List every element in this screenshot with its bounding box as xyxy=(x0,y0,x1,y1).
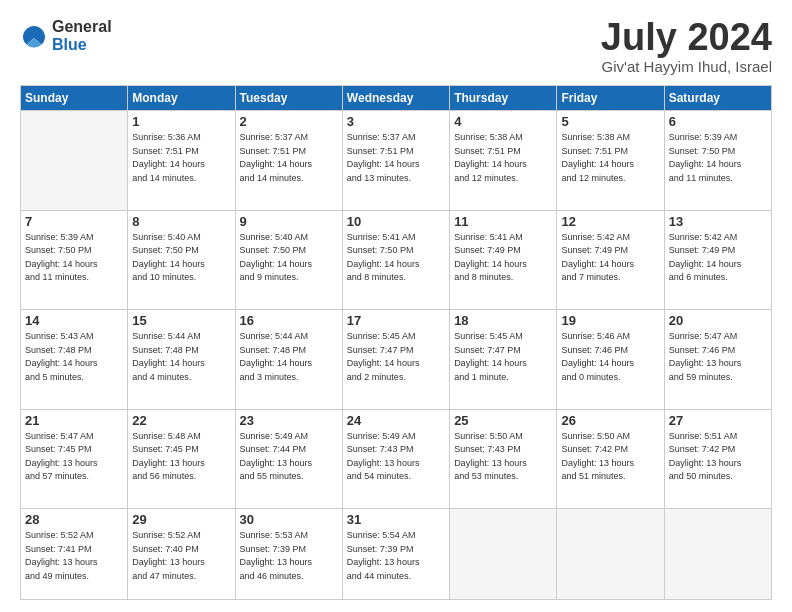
calendar-cell: 27Sunrise: 5:51 AM Sunset: 7:42 PM Dayli… xyxy=(664,409,771,509)
calendar-table: SundayMondayTuesdayWednesdayThursdayFrid… xyxy=(20,85,772,600)
calendar-header-sunday: Sunday xyxy=(21,86,128,111)
calendar-header-thursday: Thursday xyxy=(450,86,557,111)
calendar-cell: 19Sunrise: 5:46 AM Sunset: 7:46 PM Dayli… xyxy=(557,310,664,410)
calendar-cell: 14Sunrise: 5:43 AM Sunset: 7:48 PM Dayli… xyxy=(21,310,128,410)
calendar-cell: 25Sunrise: 5:50 AM Sunset: 7:43 PM Dayli… xyxy=(450,409,557,509)
day-number: 8 xyxy=(132,214,230,229)
day-number: 19 xyxy=(561,313,659,328)
calendar-cell: 7Sunrise: 5:39 AM Sunset: 7:50 PM Daylig… xyxy=(21,210,128,310)
location-text: Giv'at Hayyim Ihud, Israel xyxy=(601,58,772,75)
day-number: 12 xyxy=(561,214,659,229)
calendar-cell: 22Sunrise: 5:48 AM Sunset: 7:45 PM Dayli… xyxy=(128,409,235,509)
calendar-cell: 20Sunrise: 5:47 AM Sunset: 7:46 PM Dayli… xyxy=(664,310,771,410)
day-info: Sunrise: 5:52 AM Sunset: 7:41 PM Dayligh… xyxy=(25,529,123,583)
calendar-week-row: 1Sunrise: 5:36 AM Sunset: 7:51 PM Daylig… xyxy=(21,111,772,211)
calendar-header-monday: Monday xyxy=(128,86,235,111)
day-info: Sunrise: 5:41 AM Sunset: 7:49 PM Dayligh… xyxy=(454,231,552,285)
day-number: 11 xyxy=(454,214,552,229)
day-info: Sunrise: 5:50 AM Sunset: 7:43 PM Dayligh… xyxy=(454,430,552,484)
calendar-cell: 18Sunrise: 5:45 AM Sunset: 7:47 PM Dayli… xyxy=(450,310,557,410)
day-number: 31 xyxy=(347,512,445,527)
day-number: 30 xyxy=(240,512,338,527)
day-number: 9 xyxy=(240,214,338,229)
calendar-cell: 11Sunrise: 5:41 AM Sunset: 7:49 PM Dayli… xyxy=(450,210,557,310)
day-info: Sunrise: 5:37 AM Sunset: 7:51 PM Dayligh… xyxy=(347,131,445,185)
day-number: 24 xyxy=(347,413,445,428)
day-number: 22 xyxy=(132,413,230,428)
day-info: Sunrise: 5:49 AM Sunset: 7:44 PM Dayligh… xyxy=(240,430,338,484)
calendar-cell: 29Sunrise: 5:52 AM Sunset: 7:40 PM Dayli… xyxy=(128,509,235,600)
day-info: Sunrise: 5:50 AM Sunset: 7:42 PM Dayligh… xyxy=(561,430,659,484)
day-number: 27 xyxy=(669,413,767,428)
calendar-header-wednesday: Wednesday xyxy=(342,86,449,111)
calendar-cell xyxy=(664,509,771,600)
calendar-header-row: SundayMondayTuesdayWednesdayThursdayFrid… xyxy=(21,86,772,111)
day-number: 16 xyxy=(240,313,338,328)
calendar-cell xyxy=(557,509,664,600)
calendar-cell: 16Sunrise: 5:44 AM Sunset: 7:48 PM Dayli… xyxy=(235,310,342,410)
day-info: Sunrise: 5:45 AM Sunset: 7:47 PM Dayligh… xyxy=(347,330,445,384)
logo-blue-text: Blue xyxy=(52,36,112,54)
day-number: 26 xyxy=(561,413,659,428)
day-info: Sunrise: 5:39 AM Sunset: 7:50 PM Dayligh… xyxy=(25,231,123,285)
day-number: 21 xyxy=(25,413,123,428)
calendar-cell: 13Sunrise: 5:42 AM Sunset: 7:49 PM Dayli… xyxy=(664,210,771,310)
day-info: Sunrise: 5:52 AM Sunset: 7:40 PM Dayligh… xyxy=(132,529,230,583)
day-number: 3 xyxy=(347,114,445,129)
calendar-cell: 24Sunrise: 5:49 AM Sunset: 7:43 PM Dayli… xyxy=(342,409,449,509)
calendar-cell: 4Sunrise: 5:38 AM Sunset: 7:51 PM Daylig… xyxy=(450,111,557,211)
calendar-header-tuesday: Tuesday xyxy=(235,86,342,111)
day-number: 23 xyxy=(240,413,338,428)
day-info: Sunrise: 5:47 AM Sunset: 7:45 PM Dayligh… xyxy=(25,430,123,484)
day-number: 25 xyxy=(454,413,552,428)
day-info: Sunrise: 5:40 AM Sunset: 7:50 PM Dayligh… xyxy=(132,231,230,285)
day-info: Sunrise: 5:44 AM Sunset: 7:48 PM Dayligh… xyxy=(240,330,338,384)
calendar-cell: 10Sunrise: 5:41 AM Sunset: 7:50 PM Dayli… xyxy=(342,210,449,310)
day-info: Sunrise: 5:53 AM Sunset: 7:39 PM Dayligh… xyxy=(240,529,338,583)
day-number: 7 xyxy=(25,214,123,229)
title-block: July 2024 Giv'at Hayyim Ihud, Israel xyxy=(601,18,772,75)
day-number: 18 xyxy=(454,313,552,328)
day-number: 28 xyxy=(25,512,123,527)
day-number: 4 xyxy=(454,114,552,129)
day-info: Sunrise: 5:37 AM Sunset: 7:51 PM Dayligh… xyxy=(240,131,338,185)
logo-icon xyxy=(20,22,48,50)
calendar-cell: 2Sunrise: 5:37 AM Sunset: 7:51 PM Daylig… xyxy=(235,111,342,211)
day-number: 15 xyxy=(132,313,230,328)
day-info: Sunrise: 5:47 AM Sunset: 7:46 PM Dayligh… xyxy=(669,330,767,384)
day-info: Sunrise: 5:48 AM Sunset: 7:45 PM Dayligh… xyxy=(132,430,230,484)
calendar-cell: 15Sunrise: 5:44 AM Sunset: 7:48 PM Dayli… xyxy=(128,310,235,410)
calendar-cell: 31Sunrise: 5:54 AM Sunset: 7:39 PM Dayli… xyxy=(342,509,449,600)
calendar-week-row: 14Sunrise: 5:43 AM Sunset: 7:48 PM Dayli… xyxy=(21,310,772,410)
day-info: Sunrise: 5:41 AM Sunset: 7:50 PM Dayligh… xyxy=(347,231,445,285)
day-number: 17 xyxy=(347,313,445,328)
day-info: Sunrise: 5:42 AM Sunset: 7:49 PM Dayligh… xyxy=(669,231,767,285)
day-info: Sunrise: 5:49 AM Sunset: 7:43 PM Dayligh… xyxy=(347,430,445,484)
logo-text: General Blue xyxy=(52,18,112,53)
calendar-week-row: 21Sunrise: 5:47 AM Sunset: 7:45 PM Dayli… xyxy=(21,409,772,509)
day-info: Sunrise: 5:38 AM Sunset: 7:51 PM Dayligh… xyxy=(561,131,659,185)
header: General Blue July 2024 Giv'at Hayyim Ihu… xyxy=(20,18,772,75)
calendar-cell: 5Sunrise: 5:38 AM Sunset: 7:51 PM Daylig… xyxy=(557,111,664,211)
day-number: 13 xyxy=(669,214,767,229)
calendar-header-saturday: Saturday xyxy=(664,86,771,111)
calendar-cell: 8Sunrise: 5:40 AM Sunset: 7:50 PM Daylig… xyxy=(128,210,235,310)
calendar-header-friday: Friday xyxy=(557,86,664,111)
calendar-cell: 9Sunrise: 5:40 AM Sunset: 7:50 PM Daylig… xyxy=(235,210,342,310)
day-number: 6 xyxy=(669,114,767,129)
logo: General Blue xyxy=(20,18,112,53)
calendar-week-row: 7Sunrise: 5:39 AM Sunset: 7:50 PM Daylig… xyxy=(21,210,772,310)
day-info: Sunrise: 5:54 AM Sunset: 7:39 PM Dayligh… xyxy=(347,529,445,583)
calendar-cell: 17Sunrise: 5:45 AM Sunset: 7:47 PM Dayli… xyxy=(342,310,449,410)
calendar-cell: 3Sunrise: 5:37 AM Sunset: 7:51 PM Daylig… xyxy=(342,111,449,211)
day-info: Sunrise: 5:46 AM Sunset: 7:46 PM Dayligh… xyxy=(561,330,659,384)
day-info: Sunrise: 5:43 AM Sunset: 7:48 PM Dayligh… xyxy=(25,330,123,384)
logo-general-text: General xyxy=(52,18,112,36)
page: General Blue July 2024 Giv'at Hayyim Ihu… xyxy=(0,0,792,612)
calendar-cell: 23Sunrise: 5:49 AM Sunset: 7:44 PM Dayli… xyxy=(235,409,342,509)
month-title: July 2024 xyxy=(601,18,772,56)
day-info: Sunrise: 5:42 AM Sunset: 7:49 PM Dayligh… xyxy=(561,231,659,285)
day-number: 14 xyxy=(25,313,123,328)
calendar-cell: 12Sunrise: 5:42 AM Sunset: 7:49 PM Dayli… xyxy=(557,210,664,310)
day-number: 1 xyxy=(132,114,230,129)
